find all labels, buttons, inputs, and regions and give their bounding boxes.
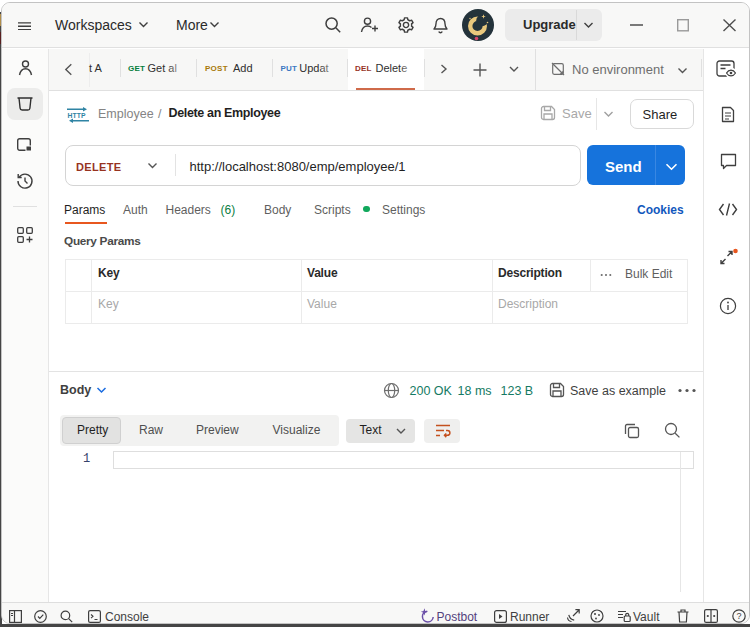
- svg-text:?: ?: [736, 611, 741, 621]
- svg-text:HTTP: HTTP: [68, 112, 87, 119]
